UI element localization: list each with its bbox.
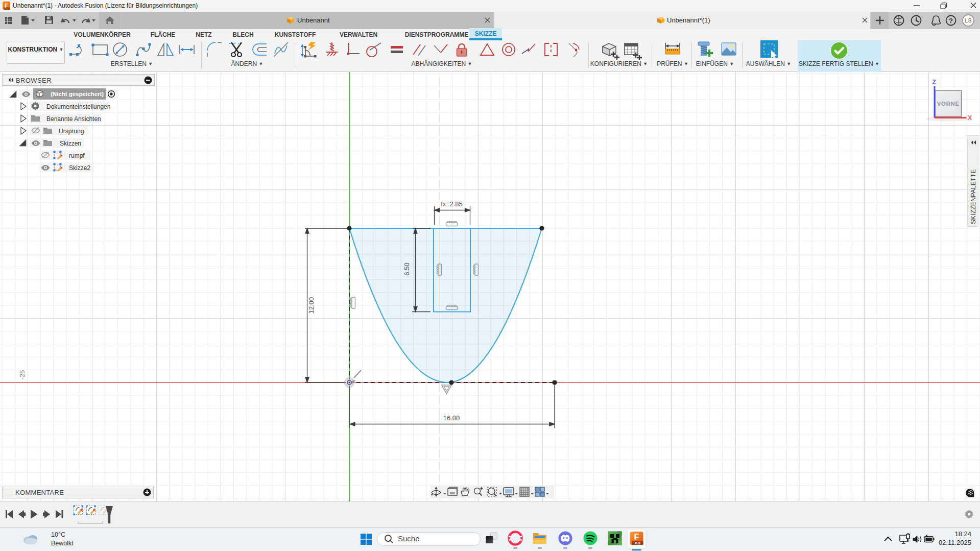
svg-text:FUS: FUS (635, 542, 640, 545)
svg-text:-25: -25 (18, 370, 26, 380)
svg-text:fx: 2.85: fx: 2.85 (441, 200, 463, 208)
svg-text:VORNE: VORNE (937, 101, 960, 107)
svg-text:F: F (5, 3, 8, 9)
svg-text:6.50: 6.50 (403, 262, 411, 275)
svg-text:LS: LS (965, 17, 972, 23)
svg-text:Z: Z (932, 79, 936, 86)
svg-text:16.00: 16.00 (443, 414, 460, 422)
svg-text:?: ? (949, 17, 953, 25)
svg-text:12.00: 12.00 (307, 297, 315, 314)
svg-text:F: F (634, 533, 639, 541)
svg-text:X: X (968, 114, 972, 122)
